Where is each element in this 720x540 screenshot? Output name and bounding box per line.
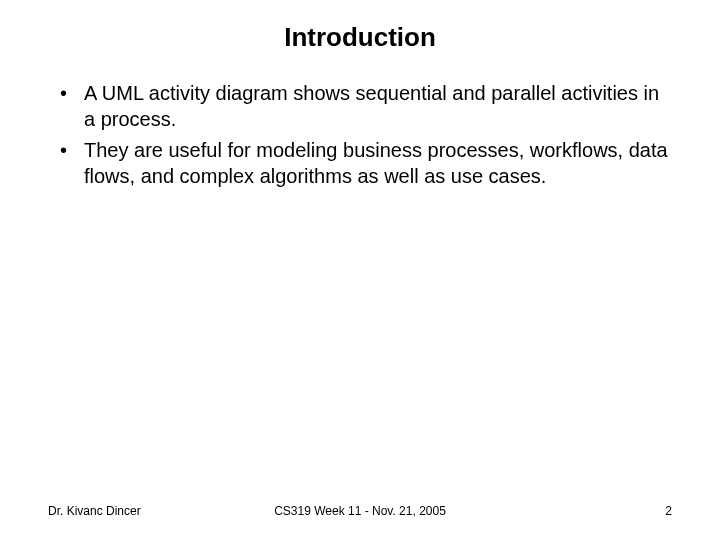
list-item: A UML activity diagram shows sequential … [48,81,672,132]
bullet-list: A UML activity diagram shows sequential … [48,81,672,189]
footer-page-number: 2 [665,504,672,518]
list-item: They are useful for modeling business pr… [48,138,672,189]
footer-author: Dr. Kivanc Dincer [48,504,141,518]
slide: Introduction A UML activity diagram show… [0,0,720,540]
slide-footer: Dr. Kivanc Dincer CS319 Week 11 - Nov. 2… [0,504,720,518]
slide-title: Introduction [48,22,672,53]
slide-content: A UML activity diagram shows sequential … [48,81,672,189]
footer-course: CS319 Week 11 - Nov. 21, 2005 [274,504,446,518]
